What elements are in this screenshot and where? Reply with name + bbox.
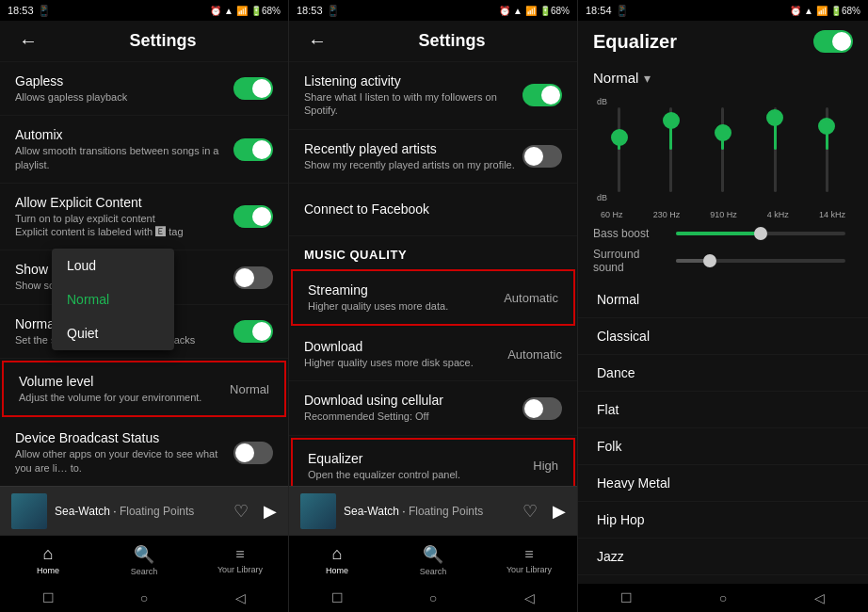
eq-slider-60hz[interactable] xyxy=(604,93,635,206)
play-icon-2[interactable]: ▶ xyxy=(553,501,566,522)
setting-equalizer[interactable]: Equalizer Open the equalizer control pan… xyxy=(291,438,575,486)
sys-circle-2[interactable]: ○ xyxy=(420,589,446,606)
sys-circle-3[interactable]: ○ xyxy=(710,589,736,606)
nav-search-1[interactable]: 🔍 Search xyxy=(96,544,192,576)
battery-icon: 🔋68% xyxy=(250,6,281,16)
back-button-1[interactable]: ← xyxy=(15,26,41,56)
setting-explicit[interactable]: Allow Explicit Content Turn on to play e… xyxy=(0,184,288,251)
eq-slider-14khz[interactable] xyxy=(812,93,842,206)
setting-streaming[interactable]: Streaming Higher quality uses more data.… xyxy=(291,269,575,326)
sys-triangle-3[interactable]: ◁ xyxy=(807,589,833,606)
bottom-nav-2: ⌂ Home 🔍 Search ≡ Your Library xyxy=(289,535,577,584)
heart-icon-2[interactable]: ♡ xyxy=(522,501,538,522)
alarm-icon-3: ⏰ xyxy=(790,6,801,16)
nav-search-2[interactable]: 🔍 Search xyxy=(385,544,481,576)
eq-preset-hiphop[interactable]: Hip Hop xyxy=(578,502,868,539)
eq-slider-thumb-230hz[interactable] xyxy=(663,112,680,129)
eq-preset-row[interactable]: Normal ▾ xyxy=(578,62,868,93)
nav-home-1[interactable]: ⌂ Home xyxy=(0,544,96,575)
eq-preset-jazz[interactable]: Jazz xyxy=(578,539,868,575)
signal-icon-2: 📶 xyxy=(525,6,537,16)
eq-slider-4khz[interactable] xyxy=(760,93,790,206)
gapless-toggle[interactable] xyxy=(233,77,273,100)
eq-preset-folk[interactable]: Folk xyxy=(578,428,868,465)
page-title-1: Settings xyxy=(53,31,273,51)
page-title-2: Settings xyxy=(342,31,562,51)
sys-triangle-2[interactable]: ◁ xyxy=(516,589,542,606)
nav-home-2[interactable]: ⌂ Home xyxy=(289,544,385,575)
volumelevel-value: Normal xyxy=(230,382,269,396)
sys-square-3[interactable]: ☐ xyxy=(613,589,639,606)
streaming-label: Streaming xyxy=(308,282,496,298)
equalizer-label: Equalizer xyxy=(308,451,525,466)
alarm-icon: ⏰ xyxy=(210,6,221,16)
home-label-2: Home xyxy=(326,566,348,575)
dropdown-loud[interactable]: Loud xyxy=(52,249,174,282)
setting-recentlyplayed[interactable]: Recently played artists Show my recently… xyxy=(289,130,577,184)
eq-top-bar: Equalizer xyxy=(578,21,868,62)
surround-sound-label: Surround sound xyxy=(593,248,668,274)
volume-dropdown[interactable]: Loud Normal Quiet xyxy=(52,249,174,350)
eq-preset-classical[interactable]: Classical xyxy=(578,318,868,355)
eq-preset-heavymetal[interactable]: Heavy Metal xyxy=(578,465,868,502)
bass-boost-track[interactable] xyxy=(676,232,845,235)
dropdown-quiet[interactable]: Quiet xyxy=(52,316,174,350)
listeningactivity-toggle[interactable] xyxy=(522,84,562,106)
downloadcellular-toggle[interactable] xyxy=(522,397,562,420)
eq-preset-list: Normal Classical Dance Flat Folk Heavy M… xyxy=(578,282,868,584)
setting-gapless[interactable]: Gapless Allows gapless playback xyxy=(0,62,288,116)
eq-slider-thumb-60hz[interactable] xyxy=(611,129,628,146)
setting-volumelevel[interactable]: Volume level Adjust the volume for your … xyxy=(2,361,286,417)
setting-automix[interactable]: Automix Allow smooth transitions between… xyxy=(0,116,288,184)
setting-downloadcellular[interactable]: Download using cellular Recommended Sett… xyxy=(289,381,577,435)
setting-connectfacebook[interactable]: Connect to Facebook xyxy=(289,184,577,236)
library-icon-2: ≡ xyxy=(524,546,533,563)
status-bar-right-3: ⏰ ▲ 📶 🔋68% xyxy=(790,6,860,16)
sys-circle-1[interactable]: ○ xyxy=(131,589,157,606)
play-icon-1[interactable]: ▶ xyxy=(264,501,277,522)
download-desc: Higher quality uses more disk space. xyxy=(304,356,500,369)
eq-freq-230hz: 230 Hz xyxy=(653,210,681,219)
library-label-2: Your Library xyxy=(506,565,552,574)
eq-title: Equalizer xyxy=(593,31,806,53)
eq-slider-230hz[interactable] xyxy=(656,93,686,206)
eq-slider-thumb-14khz[interactable] xyxy=(818,118,835,135)
back-button-2[interactable]: ← xyxy=(304,26,330,56)
nav-library-2[interactable]: ≡ Your Library xyxy=(481,546,577,574)
equalizer-value: High xyxy=(533,459,558,473)
setting-listeningactivity[interactable]: Listening activity Share what I listen t… xyxy=(289,62,577,130)
status-bar-3: 18:54 📱 ⏰ ▲ 📶 🔋68% xyxy=(578,0,868,21)
panel-settings-2: 18:53 📱 ⏰ ▲ 📶 🔋68% ← Settings Listening … xyxy=(289,0,578,612)
sys-square-1[interactable]: ☐ xyxy=(35,589,61,606)
explicit-toggle[interactable] xyxy=(233,205,273,228)
eq-master-toggle[interactable] xyxy=(813,30,853,53)
setting-download[interactable]: Download Higher quality uses more disk s… xyxy=(289,328,577,381)
sys-triangle-1[interactable]: ◁ xyxy=(227,589,253,606)
devicebroadcast-toggle[interactable] xyxy=(233,442,273,464)
eq-preset-flat[interactable]: Flat xyxy=(578,392,868,428)
surround-sound-track[interactable] xyxy=(676,259,845,263)
normalize-toggle[interactable] xyxy=(233,320,273,343)
search-icon-2: 🔍 xyxy=(423,544,443,565)
nav-library-1[interactable]: ≡ Your Library xyxy=(192,546,288,574)
heart-icon-1[interactable]: ♡ xyxy=(233,501,249,522)
unplayable-toggle[interactable] xyxy=(233,266,273,289)
eq-slider-910hz[interactable] xyxy=(708,93,738,206)
surround-sound-thumb[interactable] xyxy=(703,254,716,267)
eq-slider-thumb-910hz[interactable] xyxy=(715,124,731,141)
player-song-1: Sea-Watch · Floating Points xyxy=(55,505,226,518)
recentlyplayed-toggle[interactable] xyxy=(522,145,562,168)
bass-boost-thumb[interactable] xyxy=(754,227,767,240)
eq-preset-normal[interactable]: Normal xyxy=(578,282,868,318)
eq-preset-dance[interactable]: Dance xyxy=(578,355,868,392)
system-nav-2: ☐ ○ ◁ xyxy=(289,584,577,612)
dropdown-normal[interactable]: Normal xyxy=(52,282,174,316)
home-icon-1: ⌂ xyxy=(43,544,54,564)
setting-devicebroadcast[interactable]: Device Broadcast Status Allow other apps… xyxy=(0,419,288,486)
downloadcellular-desc: Recommended Setting: Off xyxy=(304,410,522,423)
eq-slider-thumb-4khz[interactable] xyxy=(766,109,783,126)
automix-toggle[interactable] xyxy=(233,138,273,161)
eq-preset-pop[interactable]: Pop xyxy=(578,575,868,584)
bass-boost-row: Bass boost xyxy=(593,227,853,240)
sys-square-2[interactable]: ☐ xyxy=(324,589,350,606)
